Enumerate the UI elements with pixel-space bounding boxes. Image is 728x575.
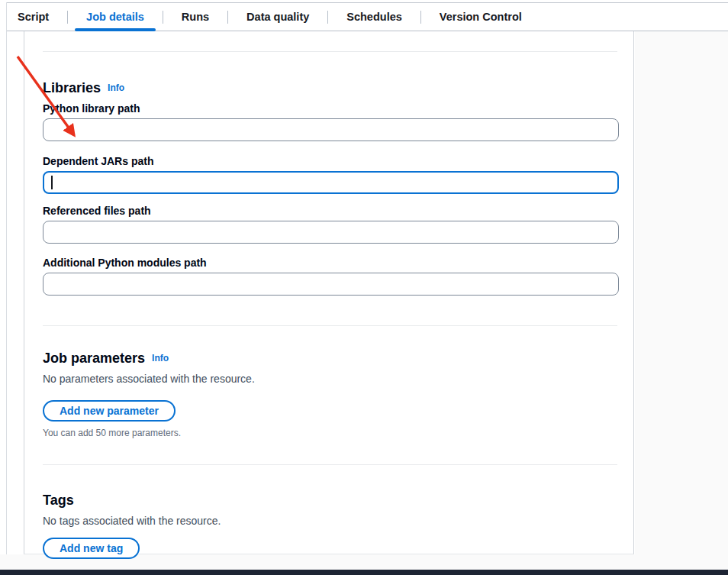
- tab-data-quality[interactable]: Data quality: [235, 3, 321, 31]
- additional-python-modules-path-label: Additional Python modules path: [43, 257, 617, 268]
- job-details-panel: LibrariesInfo Python library path Depend…: [24, 31, 634, 554]
- tab-divider: [327, 11, 328, 24]
- glue-job-details-page: { "tabs": [ { "label": "Script", "active…: [0, 0, 728, 575]
- tags-section-title: Tags: [43, 493, 617, 509]
- dependent-jars-path-input[interactable]: [43, 171, 619, 194]
- text-cursor: [51, 176, 53, 189]
- additional-python-modules-path-input[interactable]: [43, 273, 619, 296]
- add-new-parameter-button[interactable]: Add new parameter: [43, 400, 176, 422]
- python-library-path-input[interactable]: [43, 118, 619, 141]
- tab-runs[interactable]: Runs: [170, 3, 221, 31]
- tab-label: Data quality: [246, 11, 309, 23]
- tab-version-control[interactable]: Version Control: [428, 3, 533, 31]
- tab-label: Schedules: [346, 11, 402, 23]
- additional-python-modules-path-wrap: [43, 273, 619, 296]
- section-divider: [43, 464, 617, 465]
- job-parameters-empty-text: No parameters associated with the resour…: [43, 373, 617, 385]
- tab-script[interactable]: Script: [6, 3, 60, 31]
- tags-empty-text: No tags associated with the resource.: [43, 515, 617, 527]
- referenced-files-path-wrap: [43, 221, 619, 244]
- libraries-info-link[interactable]: Info: [108, 82, 124, 93]
- tab-schedules[interactable]: Schedules: [335, 3, 414, 31]
- job-parameters-title-text: Job parameters: [43, 350, 145, 366]
- tab-divider: [67, 11, 68, 24]
- libraries-title-text: Libraries: [43, 80, 101, 95]
- python-library-path-label: Python library path: [43, 103, 617, 114]
- referenced-files-path-input[interactable]: [43, 221, 619, 244]
- section-divider: [43, 51, 617, 52]
- add-new-tag-button[interactable]: Add new tag: [43, 538, 140, 559]
- page-left-border: [6, 2, 7, 554]
- python-library-path-wrap: [43, 118, 619, 141]
- job-parameters-info-link[interactable]: Info: [152, 353, 169, 363]
- tab-divider: [163, 11, 163, 24]
- job-tabs: Script Job details Runs Data quality Sch…: [6, 2, 728, 31]
- tab-job-details[interactable]: Job details: [75, 3, 156, 31]
- tab-label: Script: [18, 11, 49, 23]
- tab-label: Job details: [86, 11, 144, 23]
- tab-label: Runs: [182, 11, 209, 23]
- tab-label: Version Control: [440, 11, 522, 23]
- referenced-files-path-label: Referenced files path: [43, 205, 617, 216]
- right-gutter: [635, 31, 728, 554]
- libraries-section-title: LibrariesInfo: [43, 80, 617, 96]
- tab-divider: [227, 11, 228, 24]
- tab-divider: [420, 11, 421, 24]
- window-bottom-edge: [0, 570, 728, 575]
- dependent-jars-path-label: Dependent JARs path: [43, 156, 617, 166]
- dependent-jars-path-wrap: [43, 171, 619, 194]
- job-parameters-hint-text: You can add 50 more parameters.: [43, 428, 617, 438]
- job-parameters-section-title: Job parametersInfo: [43, 350, 617, 367]
- section-divider: [43, 325, 617, 326]
